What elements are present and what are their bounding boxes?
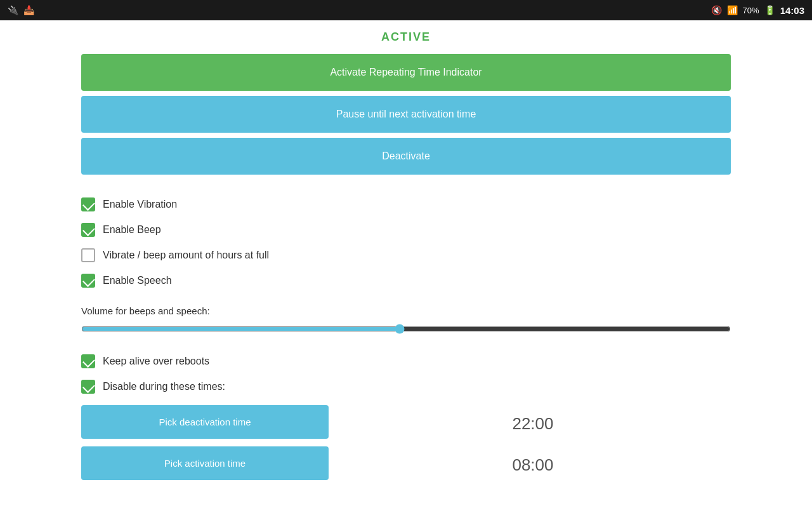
beep-label: Enable Beep	[103, 224, 161, 236]
vibration-row: Enable Vibration	[81, 197, 731, 211]
disable-times-row: Disable during these times:	[81, 380, 731, 394]
activate-button[interactable]: Activate Repeating Time Indicator	[81, 54, 731, 91]
volume-slider-container	[81, 321, 731, 337]
pick-activation-button[interactable]: Pick activation time	[81, 446, 329, 480]
battery-percent: 70%	[743, 6, 759, 15]
pause-button[interactable]: Pause until next activation time	[81, 96, 731, 133]
notification-icon: 📥	[23, 5, 34, 15]
keep-alive-checkbox[interactable]	[81, 354, 95, 368]
beep-checkbox[interactable]	[81, 223, 95, 237]
vibrate-hours-label: Vibrate / beep amount of hours at full	[103, 250, 269, 261]
active-label: ACTIVE	[81, 30, 731, 44]
speech-label: Enable Speech	[103, 275, 172, 286]
deactivation-time-value: 22:00	[335, 414, 731, 434]
battery-icon: 🔋	[764, 5, 775, 15]
wifi-icon: 📶	[727, 5, 738, 15]
volume-slider[interactable]	[81, 324, 731, 334]
speech-checkbox[interactable]	[81, 274, 95, 288]
mute-icon: 🔇	[711, 5, 722, 15]
keep-alive-row: Keep alive over reboots	[81, 354, 731, 368]
disable-times-label: Disable during these times:	[103, 381, 225, 392]
speech-row: Enable Speech	[81, 274, 731, 288]
deactivate-button[interactable]: Deactivate	[81, 138, 731, 175]
vibrate-hours-row: Vibrate / beep amount of hours at full	[81, 248, 731, 262]
keep-alive-label: Keep alive over reboots	[103, 356, 209, 367]
main-content: ACTIVE Activate Repeating Time Indicator…	[0, 20, 812, 508]
activation-time-row: Pick activation time 08:00	[81, 446, 731, 484]
status-left-icons: 🔌 📥	[8, 5, 34, 15]
status-right-area: 🔇 📶 70% 🔋 14:03	[711, 5, 804, 16]
vibrate-hours-checkbox[interactable]	[81, 248, 95, 262]
status-time: 14:03	[780, 5, 804, 16]
usb-icon: 🔌	[8, 5, 18, 15]
status-bar: 🔌 📥 🔇 📶 70% 🔋 14:03	[0, 0, 812, 20]
vibration-label: Enable Vibration	[103, 199, 177, 210]
disable-times-checkbox[interactable]	[81, 380, 95, 394]
volume-label: Volume for beeps and speech:	[81, 305, 731, 316]
activation-time-value: 08:00	[335, 455, 731, 475]
beep-row: Enable Beep	[81, 223, 731, 237]
deactivation-time-row: Pick deactivation time 22:00	[81, 405, 731, 443]
vibration-checkbox[interactable]	[81, 197, 95, 211]
pick-deactivation-button[interactable]: Pick deactivation time	[81, 405, 329, 439]
